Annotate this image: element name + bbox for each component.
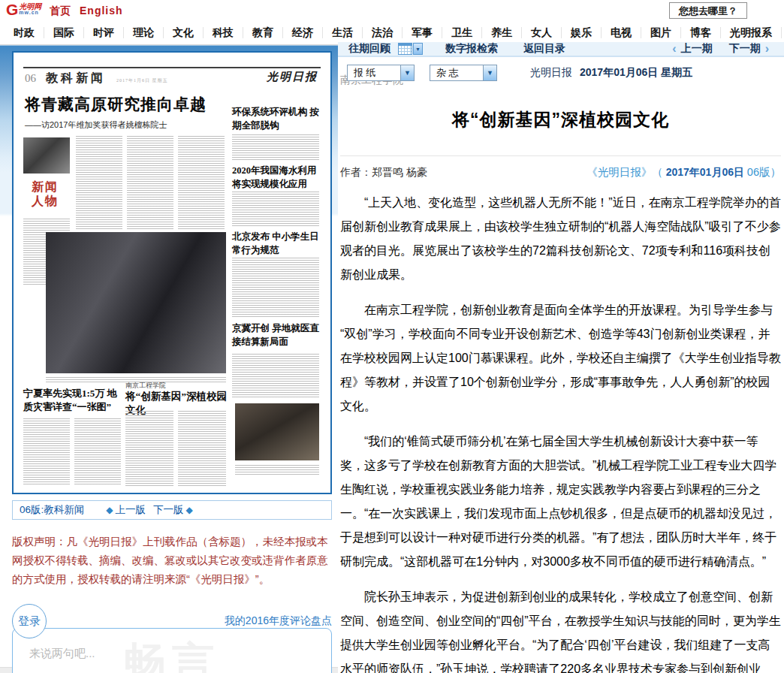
- nav-item-wenhua[interactable]: 文化: [163, 27, 203, 38]
- copyright-notice: 版权声明：凡《光明日报》上刊载作品（含标题），未经本报或本网授权不得转载、摘编、…: [12, 533, 332, 589]
- prev-page-link[interactable]: 上一版: [116, 503, 146, 517]
- thumb-text-column: [76, 136, 122, 231]
- byline-row: 作者：郑晋鸣 杨豪 《光明日报》（ 2017年01月06日 06版）: [340, 155, 781, 180]
- nav-item-tupian[interactable]: 图片: [641, 27, 680, 38]
- thumb-photo-students: [235, 403, 319, 460]
- paper-name: 光明日报: [530, 66, 572, 80]
- calendar-picker[interactable]: ▼: [398, 43, 423, 55]
- nav-item-fazhi[interactable]: 法治: [362, 27, 402, 38]
- nav-item-yangsheng[interactable]: 养生: [481, 27, 521, 38]
- thumb-side-headline-1: 环保系统环评机构 按期全部脱钩: [232, 106, 321, 132]
- back-to-contents-link[interactable]: 返回目录: [523, 42, 565, 56]
- nav-item-baoxi[interactable]: 光明报系: [720, 27, 781, 38]
- login-button[interactable]: 登录: [12, 604, 47, 638]
- right-column: 报 纸 ▼ 杂 志 ▼ 光明日报 2017年01月06日 星期五 往期回顾 ▼ …: [338, 42, 784, 673]
- chevron-down-icon: ▼: [400, 65, 414, 80]
- thumb-brand: 光明日报: [267, 70, 318, 84]
- thumb-page-number: 06: [25, 72, 36, 85]
- chevron-right-icon: ›: [765, 42, 769, 56]
- magazine-select[interactable]: 杂 志 ▼: [430, 65, 497, 81]
- next-issue-link[interactable]: 下一期: [729, 42, 761, 56]
- reader-toolbar: 往期回顾 ▼ 数字报检索 返回目录 ‹ 上一期 下一期 ›: [338, 42, 784, 57]
- nav-item-shenghuo[interactable]: 生活: [322, 27, 362, 38]
- calendar-icon: [398, 43, 412, 55]
- thumb-main-headline: 将青藏高原研究推向卓越: [25, 94, 207, 115]
- paper-select[interactable]: 报 纸 ▼: [347, 65, 415, 81]
- thumb-dateline: 2017年1月6日 星期五: [116, 77, 168, 84]
- paper-select-value: 报 纸: [354, 66, 376, 80]
- thumb-side-headline-4: 京冀开创 异地就医直接结算新局面: [232, 322, 321, 349]
- thumb-photo-weaving: [46, 232, 226, 373]
- nav-item-more[interactable]: 更多»: [781, 27, 784, 38]
- past-issues-link[interactable]: 往期回顾: [348, 42, 390, 56]
- page-nav-bar: 06版:教科新闻 ◆ 上一版 下一版 ◆: [12, 500, 332, 520]
- newspaper-scan: 06 教科新闻 2017年1月6日 星期五 光明日报 将青藏高原研究推向卓越 —…: [20, 59, 324, 487]
- current-page-label: 06版:教科新闻: [20, 503, 84, 517]
- thumb-text-column: [178, 136, 225, 231]
- nav-item-guoji[interactable]: 国际: [44, 27, 83, 38]
- article-paragraph: “上天入地、变化造型，这些机器人无所不能！”近日，在南京工程学院举办的首届创新创…: [340, 191, 781, 287]
- nav-item-junshi[interactable]: 军事: [402, 27, 442, 38]
- source-page: 06版）: [747, 166, 781, 178]
- logo-g: G: [6, 2, 18, 17]
- chevron-left-icon: ‹: [672, 42, 676, 56]
- nav-item-shiping[interactable]: 时评: [83, 27, 123, 38]
- home-link[interactable]: 首页: [50, 5, 71, 18]
- article-author: 作者：郑晋鸣 杨豪: [340, 166, 427, 180]
- thumb-headline-ningxia: 宁夏率先实现1:5万 地质灾害详查“一张图”: [23, 387, 122, 413]
- chevron-down-icon: ▼: [483, 65, 496, 80]
- issue-date: 2017年01月06日 星期五: [580, 66, 692, 80]
- thumb-photo-portrait: [23, 137, 70, 174]
- site-header: G 光明网 mw.cn 首页 English: [0, 0, 784, 21]
- nav-item-weisheng[interactable]: 卫生: [442, 27, 481, 38]
- article-title: 将“创新基因”深植校园文化: [340, 108, 781, 131]
- search-input[interactable]: [669, 2, 747, 19]
- masthead-rule: [23, 67, 321, 68]
- diamond-left-icon: ◆: [106, 505, 113, 515]
- article-paragraph: 在南京工程学院，创新创业教育是面向全体学生的开放课程。为引导学生参与“双创”学习…: [340, 298, 781, 418]
- digital-search-link[interactable]: 数字报检索: [445, 42, 498, 56]
- thumb-text-column: [125, 411, 173, 486]
- newspaper-page-preview[interactable]: 06 教科新闻 2017年1月6日 星期五 光明日报 将青藏高原研究推向卓越 —…: [12, 51, 332, 494]
- diamond-right-icon: ◆: [186, 505, 193, 515]
- thumb-text-column: [23, 418, 70, 484]
- thumb-photo-caption: [235, 465, 319, 475]
- thumb-news-person-label: 新闻人物: [29, 180, 61, 208]
- nav-item-jiaoyu[interactable]: 教育: [243, 27, 282, 38]
- thumb-text-column: [232, 192, 319, 226]
- source-name: 《光明日报》（: [586, 166, 663, 178]
- left-column: 06 教科新闻 2017年1月6日 星期五 光明日报 将青藏高原研究推向卓越 —…: [12, 51, 332, 673]
- thumb-text-column: [232, 354, 319, 399]
- english-link[interactable]: English: [80, 5, 123, 17]
- prev-issue-link[interactable]: 上一期: [681, 42, 713, 56]
- nav-item-shizheng[interactable]: 时政: [5, 27, 44, 38]
- nav-item-keji[interactable]: 科技: [203, 27, 243, 38]
- article-source: 《光明日报》（ 2017年01月06日 06版）: [586, 165, 781, 180]
- thumb-side-headline-2: 2020年我国海水利用 将实现规模化应用: [232, 164, 321, 191]
- nav-item-nvren[interactable]: 女人: [521, 27, 561, 38]
- article-area: 南京工程学院 将“创新基因”深植校园文化 作者：郑晋鸣 杨豪 《光明日报》（ 2…: [338, 57, 784, 673]
- nav-item-boke[interactable]: 博客: [680, 27, 720, 38]
- article-body: “上天入地、变化造型，这些机器人无所不能！”近日，在南京工程学院举办的首届创新创…: [340, 191, 781, 673]
- calendar-dropdown-icon: ▼: [413, 43, 423, 55]
- comment-box: 畅言: [12, 628, 332, 673]
- nav-item-lilun[interactable]: 理论: [123, 27, 163, 38]
- thumb-text-column: [232, 258, 319, 318]
- source-date: 2017年01月06日: [666, 166, 744, 178]
- comment-input[interactable]: [29, 647, 255, 673]
- thumb-text-column: [127, 136, 173, 231]
- thumb-text-column: [178, 411, 226, 486]
- nav-item-jingji[interactable]: 经济: [282, 27, 322, 38]
- article-paragraph: 院长孙玉坤表示，为促进创新到创业的成果转化，学校成立了创意空间、创新空间、创造空…: [340, 585, 781, 673]
- thumb-main-subhead: ——访2017年维加奖获得者姚檀栋院士: [25, 119, 167, 131]
- thumb-section-name: 教科新闻: [46, 71, 106, 86]
- logo-suffix: mw.cn: [19, 10, 41, 16]
- logo-script: 光明网: [19, 4, 41, 10]
- nav-item-dianshi[interactable]: 电视: [601, 27, 641, 38]
- next-page-link[interactable]: 下一版: [153, 503, 184, 517]
- article-paragraph: “我们的‘锥筒式硬币筛分机’在第七届全国大学生机械创新设计大赛中获一等奖，这多亏…: [340, 430, 781, 574]
- gmw-logo[interactable]: G 光明网 mw.cn: [6, 2, 41, 17]
- magazine-select-value: 杂 志: [436, 66, 459, 80]
- nav-item-yule[interactable]: 娱乐: [561, 27, 601, 38]
- my-2016-comments-link[interactable]: 我的2016年度评论盘点: [225, 614, 332, 628]
